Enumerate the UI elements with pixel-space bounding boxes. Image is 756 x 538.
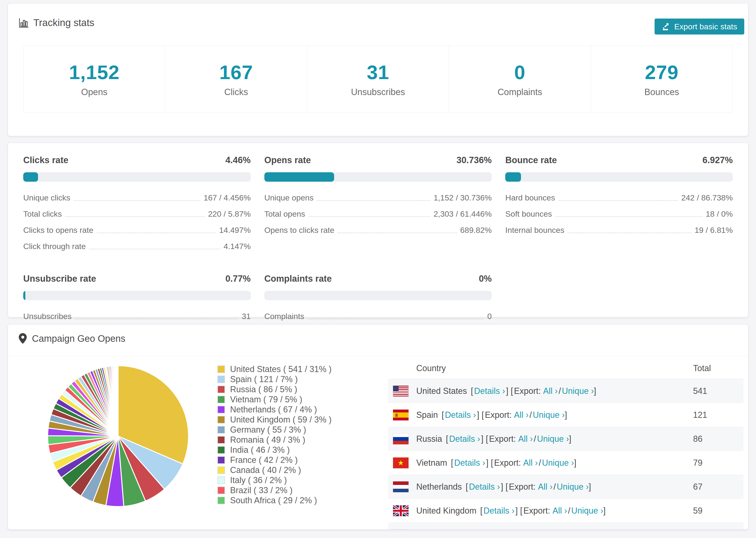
- legend-label: Romania ( 49 / 3% ): [230, 435, 305, 445]
- rate-row-label: Internal bounces: [505, 226, 564, 235]
- nl-flag-icon: [393, 481, 409, 493]
- dotted-leader: [97, 233, 216, 233]
- export-unique-link[interactable]: Unique ›: [537, 434, 569, 444]
- export-unique-link[interactable]: Unique ›: [562, 386, 594, 396]
- bracket: [: [451, 458, 453, 468]
- export-all-link[interactable]: All ›: [523, 458, 538, 468]
- slash: /: [559, 386, 561, 396]
- tracking-stats-header: Tracking stats: [18, 17, 94, 28]
- country-name: Vietnam: [416, 458, 447, 468]
- rate-row-total-opens: Total opens2,303 / 61.446%: [264, 206, 492, 222]
- legend-label: United Kingdom ( 59 / 3% ): [230, 415, 332, 425]
- total-value: 79: [693, 458, 743, 468]
- export-unique-link[interactable]: Unique ›: [557, 482, 589, 492]
- rate-row-value: 0: [487, 312, 492, 321]
- total-value: 59: [693, 506, 743, 516]
- export-unique-link[interactable]: Unique ›: [571, 506, 603, 516]
- details-link[interactable]: Details ›: [469, 482, 500, 492]
- progress-bar: [264, 291, 492, 300]
- export-label: Export:: [494, 458, 523, 468]
- legend-item: South Africa ( 29 / 2% ): [217, 495, 332, 506]
- total-value: 541: [693, 386, 743, 396]
- rate-row-unsubscribes: Unsubscribes31: [23, 308, 251, 324]
- export-basic-stats-button[interactable]: Export basic stats: [655, 19, 744, 34]
- slash: /: [529, 410, 532, 420]
- bracket: ]: [589, 482, 591, 492]
- progress-bar-fill: [264, 172, 334, 182]
- rate-title: Opens rate: [264, 155, 311, 165]
- stat-value: 0: [514, 61, 525, 84]
- legend-swatch: [217, 446, 225, 454]
- export-all-link[interactable]: All ›: [518, 434, 533, 444]
- dotted-leader: [308, 216, 430, 217]
- stat-box-opens: 1,152Opens: [24, 45, 165, 113]
- details-link[interactable]: Details ›: [483, 506, 514, 516]
- details-link[interactable]: Details ›: [449, 434, 480, 444]
- legend-label: India ( 46 / 3% ): [230, 445, 290, 455]
- bracket: ] [: [477, 410, 484, 420]
- rate-row-label: Total opens: [264, 209, 305, 219]
- rate-value: 30.736%: [457, 155, 492, 165]
- country-cell: United States[Details ›] [Export: All › …: [416, 386, 693, 396]
- legend-label: Italy ( 36 / 2% ): [230, 475, 287, 485]
- geo-opens-card: Campaign Geo Opens United States ( 541 /…: [8, 324, 748, 529]
- export-label: Export:: [485, 410, 514, 420]
- rate-head: Complaints rate0%: [264, 274, 492, 284]
- dotted-leader: [65, 216, 205, 217]
- legend-item: Vietnam ( 79 / 5% ): [217, 394, 332, 404]
- vn-flag-icon: [393, 457, 409, 468]
- legend-item: Italy ( 36 / 2% ): [217, 475, 332, 485]
- pie-slice-other: [118, 366, 118, 436]
- export-unique-link[interactable]: Unique ›: [542, 458, 574, 468]
- rate-row-unique-opens: Unique opens1,152 / 30.736%: [264, 190, 492, 206]
- legend-swatch: [217, 487, 225, 494]
- rate-row-unique-clicks: Unique clicks167 / 4.456%: [23, 190, 251, 206]
- rates-card: Clicks rate4.46%Unique clicks167 / 4.456…: [8, 143, 748, 317]
- export-all-link[interactable]: All ›: [514, 410, 528, 420]
- slash: /: [553, 482, 556, 492]
- bracket: ]: [565, 410, 567, 420]
- rate-row-opens-to-clicks-rate: Opens to clicks rate689.82%: [264, 222, 492, 238]
- page-title: Tracking stats: [33, 17, 94, 28]
- progress-bar: [264, 172, 492, 182]
- rate-row-label: Complaints: [264, 312, 304, 321]
- geo-opens-header: Campaign Geo Opens: [19, 333, 125, 344]
- details-link[interactable]: Details ›: [474, 386, 505, 396]
- divider: [8, 356, 748, 356]
- export-all-link[interactable]: All ›: [553, 506, 567, 516]
- rate-title: Clicks rate: [23, 155, 68, 165]
- legend-label: Russia ( 86 / 5% ): [230, 385, 297, 394]
- stat-box-complaints: 0Complaints: [449, 45, 591, 113]
- rate-section-complaints-rate: Complaints rate0%Complaints0: [264, 274, 492, 324]
- export-unique-link[interactable]: Unique ›: [533, 410, 565, 420]
- rate-section-clicks-rate: Clicks rate4.46%Unique clicks167 / 4.456…: [23, 155, 251, 254]
- legend-item: United States ( 541 / 31% ): [217, 364, 332, 374]
- export-all-link[interactable]: All ›: [543, 386, 558, 396]
- rate-head: Opens rate30.736%: [264, 155, 492, 165]
- rate-value: 4.46%: [225, 155, 251, 165]
- dotted-leader: [74, 200, 200, 201]
- table-row-spain: Spain[Details ›] [Export: All › / Unique…: [388, 403, 743, 427]
- geo-table-body: United States[Details ›] [Export: All › …: [388, 379, 743, 529]
- dotted-leader: [555, 216, 702, 217]
- legend-item: Germany ( 55 / 3% ): [217, 425, 332, 435]
- stat-value: 1,152: [69, 61, 120, 84]
- bracket: [: [446, 434, 448, 444]
- country-name: United Kingdom: [416, 506, 476, 516]
- stat-box-bounces: 279Bounces: [591, 45, 732, 113]
- legend-item: Romania ( 49 / 3% ): [217, 435, 332, 445]
- tracking-stats-card: Tracking stats Export basic stats 1,152O…: [8, 3, 748, 136]
- legend-item: United Kingdom ( 59 / 3% ): [217, 414, 332, 425]
- legend-item: Brazil ( 33 / 2% ): [217, 485, 332, 495]
- table-row-germany: Germany[Details ›] [Export: All › / Uniq…: [388, 523, 743, 529]
- rate-rows: Hard bounces242 / 86.738%Soft bounces18 …: [505, 190, 733, 238]
- rate-head: Bounce rate6.927%: [505, 155, 733, 165]
- country-cell: Spain[Details ›] [Export: All › / Unique…: [416, 410, 693, 420]
- export-all-link[interactable]: All ›: [538, 482, 553, 492]
- details-link[interactable]: Details ›: [445, 410, 476, 420]
- table-row-netherlands: Netherlands[Details ›] [Export: All › / …: [388, 475, 743, 499]
- details-link[interactable]: Details ›: [454, 458, 485, 468]
- country-cell: United Kingdom[Details ›] [Export: All ›…: [416, 506, 693, 516]
- export-icon: [662, 22, 671, 31]
- rate-row-label: Hard bounces: [505, 193, 555, 202]
